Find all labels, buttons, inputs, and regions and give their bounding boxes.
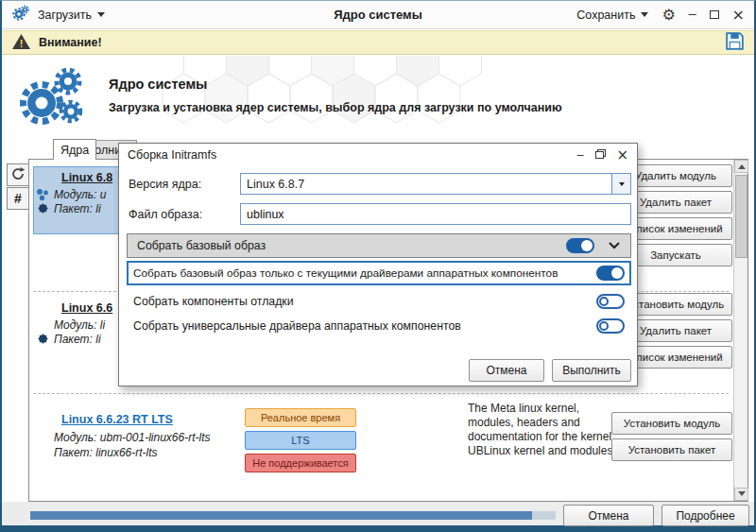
lts-badge: LTS	[245, 431, 356, 450]
save-menu-button[interactable]: Сохранить	[576, 9, 648, 22]
list-separator	[33, 393, 729, 394]
app-gears-icon	[11, 4, 30, 26]
page-title: Ядро системы	[109, 77, 208, 92]
titlebar: Загрузить Ядро системы Сохранить ⚙ ─ ×	[2, 1, 754, 29]
minimize-button[interactable]: ─	[689, 9, 696, 21]
warning-bar: ! Внимание!	[2, 30, 754, 55]
dialog-title: Сборка Initramfs	[128, 148, 565, 162]
settings-gear-icon[interactable]: ⚙	[662, 8, 675, 23]
warning-triangle-icon: !	[11, 33, 31, 53]
caret-down-icon	[641, 12, 648, 21]
image-file-input[interactable]	[240, 203, 631, 225]
kernel-module: Модуль: u	[54, 188, 106, 201]
page-subtitle: Загрузка и установка ядер системы, выбор…	[109, 101, 562, 114]
build-base-image-label: Собрать базовый образ	[137, 239, 553, 252]
progress-fill	[30, 511, 532, 520]
details-button[interactable]: Подробнее	[662, 505, 749, 526]
build-base-image-toggle[interactable]	[566, 238, 594, 253]
hash-button[interactable]: #	[7, 187, 29, 210]
dialog-minimize-button[interactable]: ─	[577, 150, 584, 161]
unsupported-badge: Не поддерживается	[245, 454, 356, 472]
realtime-badge: Реальное время	[245, 408, 356, 427]
toggle-knob	[599, 321, 609, 331]
save-report-icon[interactable]	[725, 31, 745, 54]
tab-kernels[interactable]: Ядра	[53, 139, 96, 160]
save-menu-label: Сохранить	[576, 9, 635, 22]
scrollbar-thumb[interactable]	[735, 175, 747, 258]
kernel-package: Пакет: li	[54, 202, 101, 215]
kernel-module: Модуль: ubm-001-linux66-rt-lts	[54, 431, 211, 444]
kernel-gears-icon	[17, 67, 85, 129]
debug-components-label: Собрать компоненты отладки	[133, 295, 589, 308]
current-drivers-only-option[interactable]: Собрать базовый образ только с текущими …	[127, 261, 631, 285]
current-drivers-only-toggle[interactable]	[596, 266, 625, 281]
toggle-knob	[599, 297, 609, 306]
dialog-execute-button[interactable]: Выполнить	[552, 359, 631, 382]
kernel-link[interactable]: Linux 6.6.23 RT LTS	[61, 413, 173, 426]
hexagon-pattern	[134, 56, 531, 139]
kernel-version-combobox[interactable]: Linux 6.8.7	[240, 173, 631, 195]
toggle-knob	[611, 267, 623, 279]
toggle-knob	[581, 240, 593, 251]
progress-bar	[30, 511, 556, 520]
initramfs-dialog: Сборка Initramfs ─ × Версия ядра: Linux …	[118, 143, 638, 386]
footer-bar: Отмена Подробнее	[2, 502, 754, 525]
kernel-description: The Meta linux kernel, modules, headers …	[468, 402, 613, 458]
dialog-restore-button[interactable]	[595, 151, 604, 159]
svg-text:!: !	[20, 38, 24, 49]
kernel-version-value: Linux 6.8.7	[241, 178, 611, 191]
debug-components-option[interactable]: Собрать компоненты отладки	[127, 291, 631, 312]
arrow-down-icon	[738, 491, 746, 500]
close-button[interactable]: ×	[732, 8, 745, 23]
load-menu-label: Загрузить	[38, 9, 92, 22]
kernel-module: Модуль: li	[54, 318, 105, 332]
maximize-button[interactable]	[710, 10, 719, 19]
kernel-package: Пакет: li	[54, 333, 101, 346]
install-package-button[interactable]: Установить пакет	[611, 438, 732, 461]
refresh-button[interactable]	[7, 163, 29, 186]
build-base-image-expander[interactable]: Собрать базовый образ	[127, 233, 631, 258]
scroll-up-button[interactable]	[734, 160, 748, 173]
package-icon	[37, 333, 49, 348]
hash-icon: #	[14, 191, 22, 206]
page-header: Ядро системы Загрузка и установка ядер с…	[2, 56, 754, 139]
universal-drivers-label: Собрать универсальные драйвера аппаратны…	[133, 319, 589, 333]
refresh-icon	[10, 166, 26, 184]
universal-drivers-option[interactable]: Собрать универсальные драйвера аппаратны…	[127, 316, 631, 336]
image-file-label: Файл образа:	[129, 208, 202, 221]
arrow-up-icon	[738, 161, 746, 169]
current-drivers-only-label: Собрать базовый образ только с текущими …	[133, 266, 589, 280]
combobox-dropdown-button[interactable]	[611, 174, 630, 194]
chevron-down-icon	[619, 182, 625, 189]
universal-drivers-toggle[interactable]	[596, 318, 625, 334]
install-module-button[interactable]: Установить модуль	[611, 412, 732, 435]
warning-text: Внимание!	[39, 36, 102, 49]
dialog-titlebar: Сборка Initramfs ─ ×	[119, 144, 637, 166]
kernel-link[interactable]: Linux 6.8	[61, 171, 112, 184]
scroll-down-button[interactable]	[734, 488, 748, 501]
caret-down-icon	[97, 12, 105, 21]
kernel-link[interactable]: Linux 6.6	[61, 301, 112, 315]
debug-components-toggle[interactable]	[596, 294, 625, 309]
kernel-version-label: Версия ядра:	[129, 178, 201, 191]
chevron-down-icon	[608, 239, 621, 252]
app-window: Загрузить Ядро системы Сохранить ⚙ ─ × !…	[0, 0, 756, 532]
kernel-package: Пакет: linux66-rt-lts	[54, 446, 158, 459]
package-icon	[37, 202, 49, 217]
cancel-button[interactable]: Отмена	[563, 505, 654, 526]
dialog-cancel-button[interactable]: Отмена	[469, 359, 544, 382]
dialog-close-button[interactable]: ×	[616, 148, 628, 163]
load-menu-button[interactable]: Загрузить	[38, 9, 105, 22]
tab-kernels-label: Ядра	[60, 144, 89, 157]
vertical-scrollbar[interactable]	[733, 160, 747, 501]
